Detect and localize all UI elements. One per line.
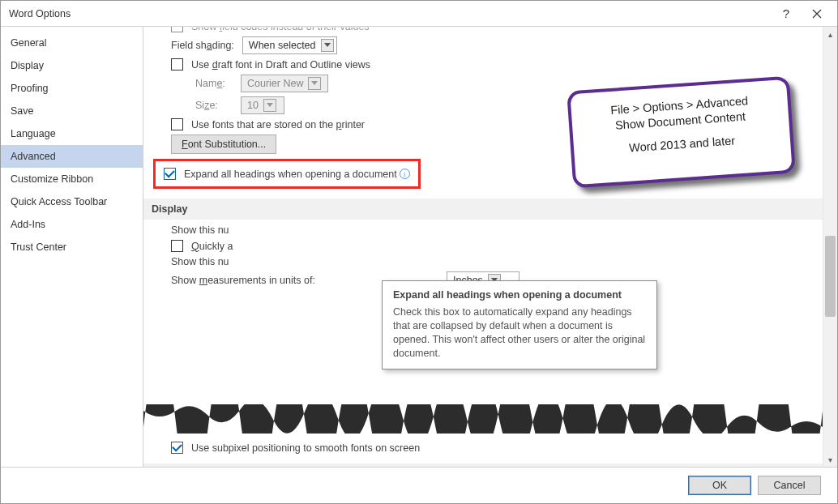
draft-font-name-label: Name: bbox=[195, 78, 241, 89]
vertical-scrollbar[interactable]: ▴ ▾ bbox=[823, 27, 837, 467]
subpixel-checkbox[interactable] bbox=[171, 442, 183, 454]
callout-line-3: Word 2013 and later bbox=[587, 130, 778, 158]
field-shading-label: Field shading: bbox=[171, 40, 234, 51]
annotation-highlight: Expand all headings when opening a docum… bbox=[153, 159, 421, 189]
draft-font-size-label: Size: bbox=[195, 100, 241, 111]
category-sidebar: General Display Proofing Save Language A… bbox=[1, 27, 143, 467]
window-title: Word Options bbox=[9, 8, 771, 19]
sidebar-item-advanced[interactable]: Advanced bbox=[1, 145, 143, 168]
titlebar: Word Options ? bbox=[1, 1, 837, 27]
show-field-codes-label: Show field codes instead of their values bbox=[191, 27, 370, 32]
info-icon[interactable]: i bbox=[400, 169, 410, 179]
sidebar-item-customize-ribbon[interactable]: Customize Ribbon bbox=[1, 168, 143, 190]
chevron-down-icon bbox=[308, 77, 321, 90]
field-shading-dropdown[interactable]: When selected bbox=[242, 36, 337, 54]
sidebar-item-add-ins[interactable]: Add-Ins bbox=[1, 213, 143, 236]
section-display: Display bbox=[143, 199, 823, 220]
sidebar-item-proofing[interactable]: Proofing bbox=[1, 77, 143, 100]
tooltip-body: Check this box to automatically expand a… bbox=[393, 305, 646, 361]
chevron-down-icon bbox=[263, 99, 276, 112]
dialog-button-bar: OK Cancel bbox=[1, 468, 837, 503]
sidebar-item-display[interactable]: Display bbox=[1, 54, 143, 77]
torn-edge-decoration bbox=[143, 404, 823, 434]
word-options-window: Word Options ? General Display Proofing … bbox=[0, 0, 838, 504]
scroll-down-arrow[interactable]: ▾ bbox=[823, 452, 837, 467]
show-this-number-b-label: Show this nu bbox=[171, 256, 229, 267]
section-print: Print bbox=[143, 463, 823, 467]
subpixel-label: Use subpixel positioning to smooth fonts… bbox=[191, 442, 420, 454]
help-button[interactable]: ? bbox=[771, 2, 802, 26]
chevron-down-icon bbox=[321, 39, 334, 52]
show-field-codes-checkbox[interactable] bbox=[171, 27, 183, 32]
annotation-callout: File > Options > Advanced Show Document … bbox=[567, 76, 796, 189]
ok-button[interactable]: OK bbox=[688, 476, 751, 495]
sidebar-item-language[interactable]: Language bbox=[1, 122, 143, 145]
use-draft-font-checkbox[interactable] bbox=[171, 58, 183, 70]
cancel-button[interactable]: Cancel bbox=[758, 476, 821, 495]
scroll-up-arrow[interactable]: ▴ bbox=[823, 27, 837, 41]
expand-headings-checkbox[interactable] bbox=[164, 168, 176, 180]
use-printer-fonts-label: Use fonts that are stored on the printer bbox=[191, 119, 365, 130]
quickly-access-checkbox[interactable] bbox=[171, 240, 183, 252]
sidebar-item-trust-center[interactable]: Trust Center bbox=[1, 236, 143, 258]
draft-font-size-dropdown: 10 bbox=[241, 96, 284, 114]
draft-font-name-dropdown: Courier New bbox=[241, 75, 328, 92]
sidebar-item-general[interactable]: General bbox=[1, 32, 143, 54]
sidebar-item-quick-access-toolbar[interactable]: Quick Access Toolbar bbox=[1, 190, 143, 213]
sidebar-item-save[interactable]: Save bbox=[1, 100, 143, 122]
use-printer-fonts-checkbox[interactable] bbox=[171, 118, 183, 130]
font-substitution-button[interactable]: Font Substitution... bbox=[171, 135, 276, 154]
scroll-thumb[interactable] bbox=[825, 236, 836, 317]
close-button[interactable] bbox=[802, 2, 832, 26]
tooltip: Expand all headings when opening a docum… bbox=[382, 280, 657, 369]
show-this-number-a-label: Show this nu bbox=[171, 224, 229, 236]
expand-headings-label: Expand all headings when opening a docum… bbox=[184, 169, 397, 180]
quickly-access-label: Quickly a bbox=[191, 241, 233, 252]
tooltip-title: Expand all headings when opening a docum… bbox=[393, 289, 646, 301]
use-draft-font-label: Use draft font in Draft and Outline view… bbox=[191, 59, 370, 70]
